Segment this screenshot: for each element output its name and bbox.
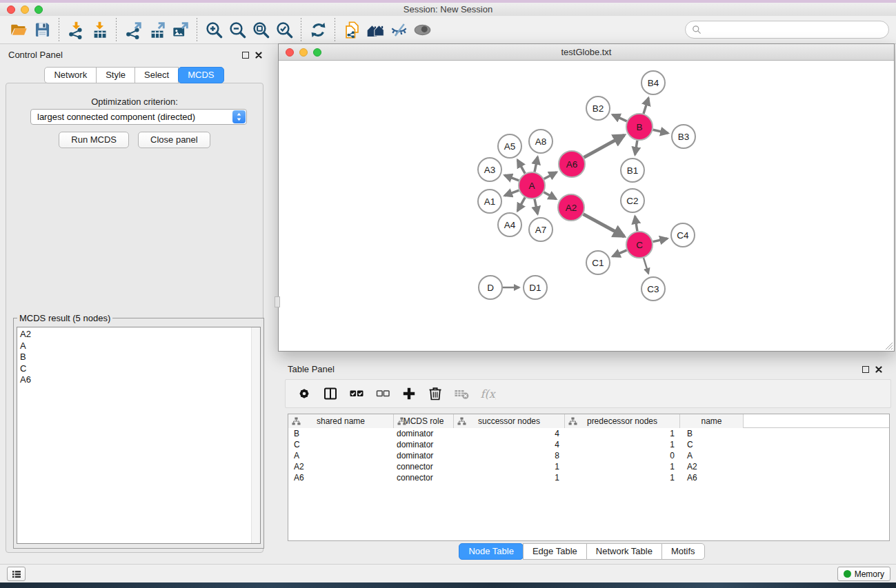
network-node-B4[interactable]: B4 — [641, 71, 665, 94]
table-cell[interactable]: B — [680, 428, 744, 439]
tab-network[interactable]: Network — [44, 67, 97, 83]
table-cell[interactable]: 1 — [565, 472, 680, 483]
table-row[interactable]: A2connector11A2 — [288, 461, 889, 472]
table-row[interactable]: Cdominator41C — [288, 439, 889, 450]
table-row[interactable]: A6connector11A6 — [288, 472, 889, 483]
columns-icon[interactable] — [319, 383, 341, 405]
close-panel-button[interactable]: Close panel — [138, 132, 210, 148]
network-node-A2[interactable]: A2 — [558, 194, 584, 221]
table-row[interactable]: Adominator80A — [288, 450, 889, 461]
gear-icon[interactable] — [292, 383, 315, 405]
double-house-icon[interactable] — [364, 18, 387, 41]
float-panel-icon[interactable] — [242, 52, 249, 59]
table-cell[interactable]: 4 — [454, 428, 565, 439]
network-node-A1[interactable]: A1 — [478, 190, 501, 213]
mcds-result-item[interactable]: A6 — [20, 374, 260, 386]
table-cell[interactable]: 0 — [565, 450, 680, 461]
function-builder-icon[interactable]: f(x) — [476, 383, 499, 405]
tab-node-table[interactable]: Node Table — [459, 543, 524, 560]
zoom-fit-icon[interactable] — [249, 18, 272, 41]
table-cell[interactable]: A6 — [680, 472, 744, 483]
unselect-all-checks-icon[interactable] — [371, 383, 394, 405]
export-table-icon[interactable] — [145, 18, 168, 41]
tab-select[interactable]: Select — [135, 67, 179, 83]
network-node-A4[interactable]: A4 — [498, 213, 521, 236]
open-file-icon[interactable] — [7, 18, 30, 41]
network-node-B1[interactable]: B1 — [621, 159, 644, 182]
network-document-icon[interactable] — [340, 18, 364, 41]
show-panels-button[interactable] — [7, 567, 26, 581]
table-cell[interactable]: dominator — [394, 428, 454, 439]
table-cell[interactable]: C — [288, 439, 394, 450]
export-network-icon[interactable] — [121, 18, 145, 41]
table-cell[interactable]: A6 — [288, 472, 394, 483]
save-session-icon[interactable] — [30, 18, 54, 41]
refresh-layout-icon[interactable] — [306, 18, 330, 41]
table-cell[interactable]: dominator — [394, 450, 454, 461]
resize-grip-icon[interactable] — [884, 341, 893, 350]
network-node-C2[interactable]: C2 — [621, 189, 644, 212]
zoom-out-icon[interactable] — [226, 18, 249, 41]
close-table-panel-icon[interactable] — [875, 366, 882, 373]
column-header-name[interactable]: name — [680, 414, 744, 428]
delete-column-icon[interactable] — [424, 383, 446, 405]
float-table-panel-icon[interactable] — [862, 366, 869, 373]
tab-network-table[interactable]: Network Table — [586, 543, 662, 560]
eye-slash-icon[interactable] — [387, 18, 410, 41]
network-node-C4[interactable]: C4 — [671, 223, 695, 247]
search-input[interactable] — [706, 25, 883, 35]
network-node-A5[interactable]: A5 — [498, 134, 521, 158]
table-cell[interactable]: A — [288, 450, 394, 461]
column-header-MCDS-role[interactable]: MCDS role — [394, 414, 454, 428]
table-cell[interactable]: 1 — [454, 472, 565, 483]
table-cell[interactable]: A — [680, 450, 744, 461]
add-column-icon[interactable] — [397, 383, 420, 405]
network-window-titlebar[interactable]: testGlobe.txt — [279, 44, 894, 61]
close-panel-icon[interactable] — [255, 52, 262, 59]
table-cell[interactable]: 1 — [565, 439, 680, 450]
memory-button[interactable]: Memory — [837, 567, 890, 581]
export-image-icon[interactable] — [168, 18, 192, 41]
network-node-D[interactable]: D — [479, 276, 502, 299]
table-cell[interactable]: C — [680, 439, 744, 450]
mcds-result-item[interactable]: C — [20, 363, 260, 375]
network-node-B2[interactable]: B2 — [586, 97, 610, 120]
table-cell[interactable]: dominator — [394, 439, 454, 450]
network-node-B[interactable]: B — [626, 114, 653, 140]
network-node-D1[interactable]: D1 — [524, 276, 547, 299]
table-cell[interactable]: A2 — [288, 461, 394, 472]
tab-edge-table[interactable]: Edge Table — [523, 543, 587, 560]
table-cell[interactable]: 4 — [454, 439, 565, 450]
eye-icon[interactable] — [410, 18, 434, 41]
network-node-A[interactable]: A — [519, 172, 545, 199]
table-cell[interactable]: A2 — [680, 461, 744, 472]
table-cell[interactable]: 1 — [454, 461, 565, 472]
mcds-result-item[interactable]: A — [20, 341, 260, 352]
zoom-selected-icon[interactable] — [272, 18, 296, 41]
network-node-A3[interactable]: A3 — [478, 158, 501, 181]
network-node-A6[interactable]: A6 — [559, 151, 585, 177]
select-all-checks-icon[interactable] — [345, 383, 368, 405]
run-mcds-button[interactable]: Run MCDS — [59, 132, 129, 148]
mcds-result-item[interactable]: B — [20, 352, 260, 363]
table-cell[interactable]: 1 — [565, 428, 680, 439]
tab-mcds[interactable]: MCDS — [178, 67, 223, 83]
network-node-C3[interactable]: C3 — [641, 277, 665, 301]
network-node-A7[interactable]: A7 — [529, 218, 552, 241]
import-table-icon[interactable] — [88, 18, 111, 41]
search-box[interactable] — [685, 21, 889, 39]
column-header-successor-nodes[interactable]: successor nodes — [454, 414, 565, 428]
tab-style[interactable]: Style — [96, 67, 135, 83]
table-cell[interactable]: B — [288, 428, 394, 439]
panel-sash-handle[interactable] — [275, 296, 280, 307]
column-header-shared-name[interactable]: shared name — [288, 414, 394, 428]
tab-motifs[interactable]: Motifs — [661, 543, 705, 560]
delete-table-icon[interactable] — [450, 383, 472, 405]
table-cell[interactable]: connector — [394, 472, 454, 483]
table-cell[interactable]: connector — [394, 461, 454, 472]
table-row[interactable]: Bdominator41B — [288, 428, 889, 439]
network-node-B3[interactable]: B3 — [672, 125, 695, 148]
import-network-icon[interactable] — [64, 18, 88, 41]
mcds-result-item[interactable]: A2 — [20, 329, 260, 341]
network-node-C1[interactable]: C1 — [586, 251, 610, 274]
